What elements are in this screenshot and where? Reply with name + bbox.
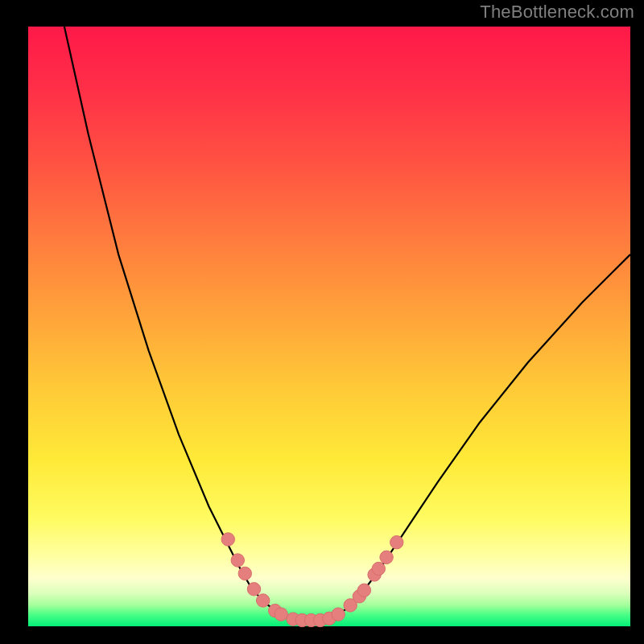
curve-markers bbox=[221, 533, 403, 627]
bottleneck-curve bbox=[64, 27, 630, 621]
curve-marker bbox=[221, 533, 234, 546]
curve-marker bbox=[332, 608, 345, 621]
chart-frame: TheBottleneck.com bbox=[0, 0, 644, 644]
curve-marker bbox=[357, 584, 370, 597]
curve-marker bbox=[257, 594, 270, 607]
plot-area bbox=[28, 27, 630, 626]
watermark-text: TheBottleneck.com bbox=[480, 2, 634, 23]
curve-marker bbox=[231, 554, 244, 567]
curve-svg bbox=[28, 27, 630, 626]
curve-marker bbox=[372, 562, 385, 575]
curve-marker bbox=[238, 567, 251, 580]
curve-marker bbox=[390, 536, 403, 549]
curve-marker bbox=[380, 551, 393, 564]
curve-marker bbox=[275, 608, 287, 621]
curve-marker bbox=[247, 583, 260, 596]
